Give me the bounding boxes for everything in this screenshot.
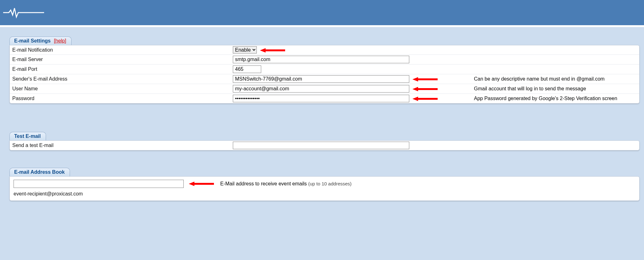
panel-email-settings: E-mail Notification Enable [9,45,640,104]
row-email-server: E-mail Server [10,55,639,65]
address-book-input[interactable] [14,180,184,188]
label-password: Password [12,96,34,101]
annotation-user: Gmail account that will log in to send t… [474,86,586,91]
row-sender-address: Sender's E-mail Address Can be any descr… [10,74,639,84]
tab-title: E-mail Address Book [14,169,65,175]
caption-sub: (up to 10 addresses) [308,181,352,186]
row-email-notification: E-mail Notification Enable [10,45,639,55]
page-body: E-mail Settings [help] E-mail Notificati… [0,25,644,260]
label-email-notification: E-mail Notification [12,47,53,53]
help-link[interactable]: [help] [54,38,66,43]
tab-email-settings: E-mail Settings [help] [9,37,72,45]
app-header [0,0,644,25]
row-send-test: Send a test E-mail [10,141,639,150]
label-email-port: E-mail Port [12,66,37,72]
section-address-book: E-mail Address Book E-Mail address to re… [9,168,644,201]
label-send-test: Send a test E-mail [12,143,54,148]
annotation-arrow-icon [260,48,285,53]
caption-main: E-Mail address to receive event emails [220,181,308,186]
label-user-name: User Name [12,86,38,91]
tab-title: E-mail Settings [14,38,51,43]
svg-marker-1 [260,48,285,53]
section-test-email: Test E-mail Send a test E-mail [9,132,644,150]
panel-test-email: Send a test E-mail [9,140,640,150]
address-book-entry: event-recipient@proxicast.com [14,191,635,197]
svg-marker-3 [412,87,438,91]
svg-marker-2 [412,77,438,82]
annotation-password: App Password generated by Google's 2-Ste… [474,96,617,101]
email-notification-select[interactable]: Enable [233,46,257,54]
panel-address-book: E-Mail address to receive event emails (… [9,176,640,201]
heartbeat-icon [3,6,44,19]
tab-test-email: Test E-mail [9,132,46,140]
label-sender-address: Sender's E-mail Address [12,76,67,82]
email-server-input[interactable] [233,56,409,63]
test-email-input[interactable] [233,142,409,149]
section-email-settings: E-mail Settings [help] E-mail Notificati… [9,37,644,104]
annotation-arrow-icon [412,86,438,92]
email-port-input[interactable] [233,65,261,73]
svg-marker-5 [189,182,214,186]
annotation-arrow-icon [412,96,438,102]
annotation-arrow-icon [412,76,438,82]
tab-title: Test E-mail [14,133,41,139]
row-email-port: E-mail Port [10,65,639,74]
address-book-caption: E-Mail address to receive event emails (… [220,181,352,187]
label-email-server: E-mail Server [12,57,43,62]
annotation-arrow-icon [189,181,214,187]
sender-address-input[interactable] [233,75,409,83]
row-user-name: User Name Gmail account that will log in… [10,84,639,94]
tab-address-book: E-mail Address Book [9,168,70,176]
password-input[interactable] [233,95,409,102]
svg-marker-4 [412,97,438,101]
row-password: Password App Password generated by Googl… [10,94,639,104]
annotation-sender: Can be any descriptive name but must end… [474,76,605,82]
user-name-input[interactable] [233,85,409,93]
